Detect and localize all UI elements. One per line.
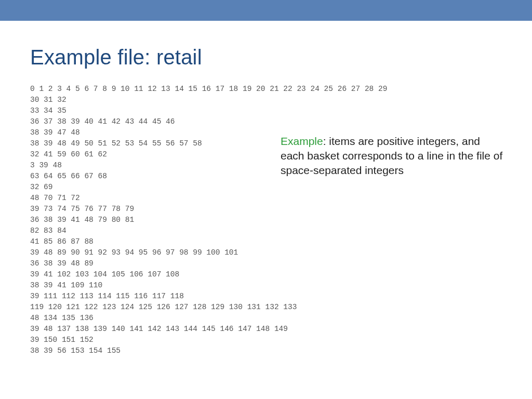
- top-bar: [0, 0, 532, 21]
- caption: Example: items are positive integers, an…: [281, 134, 504, 178]
- caption-accent: Example: [281, 135, 323, 147]
- slide-content: Example file: retail 0 1 2 3 4 5 6 7 8 9…: [0, 21, 532, 356]
- file-data-block: 0 1 2 3 4 5 6 7 8 9 10 11 12 13 14 15 16…: [30, 84, 502, 356]
- page-title: Example file: retail: [30, 46, 502, 69]
